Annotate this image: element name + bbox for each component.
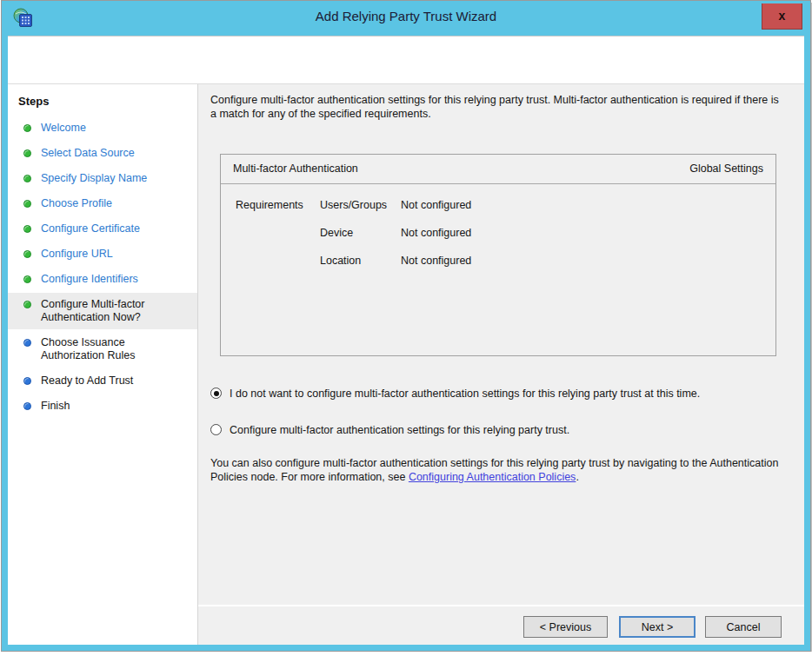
users-groups-label: Users/Groups [320,199,387,211]
sidebar-step-configure-mfa-now[interactable]: Configure Multi-factor Authentication No… [8,293,197,329]
wizard-panel: Steps Welcome Select Data Source Specify… [8,36,804,645]
sidebar-step-configure-certificate[interactable]: Configure Certificate [8,217,197,241]
close-button[interactable]: x [762,3,802,30]
sidebar-step-specify-display-name[interactable]: Specify Display Name [8,167,197,190]
step-done-icon [23,275,31,283]
configuring-authentication-policies-link[interactable]: Configuring Authentication Policies [409,471,576,483]
step-done-icon [23,175,31,182]
mfa-row-location: Location Not configured [221,255,775,282]
sidebar-step-finish[interactable]: Finish [8,394,197,418]
cancel-button[interactable]: Cancel [705,616,782,638]
step-done-icon [23,124,31,132]
radio-button-icon[interactable] [210,424,222,435]
step-content-area: Configure multi-factor authentication se… [198,84,804,645]
add-relying-party-trust-wizard-window: Add Relying Party Trust Wizard x Steps W… [1,0,811,652]
step-upcoming-icon [23,377,31,385]
users-groups-value: Not configured [401,199,471,211]
step-upcoming-icon [23,339,31,347]
mfa-settings-box: Multi-factor Authentication Global Setti… [220,154,776,356]
next-button[interactable]: Next > [619,616,696,638]
location-value: Not configured [401,255,471,267]
step-upcoming-icon [23,402,31,410]
step-done-icon [23,149,31,157]
mfa-requirements-list: Requirements Users/Groups Not configured… [221,183,775,282]
mfa-row-device: Device Not configured [221,227,775,255]
step-done-icon [23,250,31,258]
requirements-label: Requirements [236,199,303,211]
footnote-text: You can also configure multi-factor auth… [210,456,789,484]
sidebar-step-choose-profile[interactable]: Choose Profile [8,192,197,215]
wizard-body: Steps Welcome Select Data Source Specify… [8,83,804,645]
title-bar: Add Relying Party Trust Wizard x [2,1,810,36]
device-value: Not configured [401,227,471,239]
wizard-header-band [8,36,804,83]
radio-option-configure-mfa[interactable]: Configure multi-factor authentication se… [210,423,569,437]
sidebar-step-configure-identifiers[interactable]: Configure Identifiers [8,268,197,291]
sidebar-step-choose-issuance-authorization-rules[interactable]: Choose Issuance Authorization Rules [8,331,197,368]
global-settings-label: Global Settings [689,162,763,175]
step-current-icon [23,301,31,308]
window-title: Add Relying Party Trust Wizard [2,9,810,23]
mfa-box-title: Multi-factor Authentication [233,162,358,175]
device-label: Device [320,227,353,239]
step-intro-text: Configure multi-factor authentication se… [210,93,788,121]
sidebar-step-welcome[interactable]: Welcome [8,116,197,140]
step-done-icon [23,225,31,233]
previous-button[interactable]: < Previous [523,616,608,638]
radio-button-icon[interactable] [210,388,222,399]
sidebar-step-select-data-source[interactable]: Select Data Source [8,142,197,165]
radio-option-do-not-configure-mfa[interactable]: I do not want to configure multi-factor … [210,387,700,401]
mfa-row-users-groups: Requirements Users/Groups Not configured [221,199,775,227]
sidebar-step-configure-url[interactable]: Configure URL [8,242,197,266]
sidebar-step-ready-to-add-trust[interactable]: Ready to Add Trust [8,369,197,393]
footer-separator [198,605,804,606]
mfa-box-header: Multi-factor Authentication Global Setti… [221,155,775,184]
step-done-icon [23,200,31,208]
location-label: Location [320,255,361,267]
steps-heading: Steps [8,95,197,108]
steps-sidebar: Steps Welcome Select Data Source Specify… [8,84,197,645]
